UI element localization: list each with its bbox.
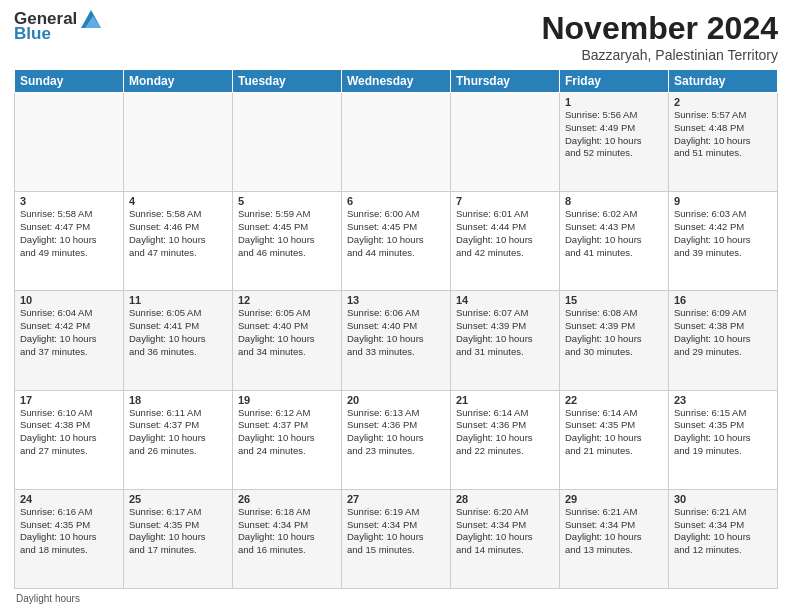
calendar-cell: 16Sunrise: 6:09 AM Sunset: 4:38 PM Dayli… [669,291,778,390]
logo: General Blue [14,10,101,43]
day-info: Sunrise: 6:07 AM Sunset: 4:39 PM Dayligh… [456,307,554,358]
col-sunday: Sunday [15,70,124,93]
calendar-cell [15,93,124,192]
day-info: Sunrise: 6:01 AM Sunset: 4:44 PM Dayligh… [456,208,554,259]
day-info: Sunrise: 6:05 AM Sunset: 4:40 PM Dayligh… [238,307,336,358]
title-block: November 2024 Bazzaryah, Palestinian Ter… [541,10,778,63]
calendar-cell: 30Sunrise: 6:21 AM Sunset: 4:34 PM Dayli… [669,489,778,588]
calendar-cell: 27Sunrise: 6:19 AM Sunset: 4:34 PM Dayli… [342,489,451,588]
calendar-table: Sunday Monday Tuesday Wednesday Thursday… [14,69,778,589]
calendar-cell: 2Sunrise: 5:57 AM Sunset: 4:48 PM Daylig… [669,93,778,192]
day-number: 10 [20,294,118,306]
day-number: 21 [456,394,554,406]
calendar-cell: 26Sunrise: 6:18 AM Sunset: 4:34 PM Dayli… [233,489,342,588]
logo-blue: Blue [14,25,51,44]
logo-icon [81,10,101,28]
day-info: Sunrise: 6:11 AM Sunset: 4:37 PM Dayligh… [129,407,227,458]
day-info: Sunrise: 6:00 AM Sunset: 4:45 PM Dayligh… [347,208,445,259]
day-info: Sunrise: 6:17 AM Sunset: 4:35 PM Dayligh… [129,506,227,557]
calendar-cell: 11Sunrise: 6:05 AM Sunset: 4:41 PM Dayli… [124,291,233,390]
calendar-cell: 14Sunrise: 6:07 AM Sunset: 4:39 PM Dayli… [451,291,560,390]
day-info: Sunrise: 6:05 AM Sunset: 4:41 PM Dayligh… [129,307,227,358]
day-info: Sunrise: 6:21 AM Sunset: 4:34 PM Dayligh… [565,506,663,557]
day-info: Sunrise: 6:16 AM Sunset: 4:35 PM Dayligh… [20,506,118,557]
day-number: 29 [565,493,663,505]
calendar-cell: 25Sunrise: 6:17 AM Sunset: 4:35 PM Dayli… [124,489,233,588]
day-info: Sunrise: 6:09 AM Sunset: 4:38 PM Dayligh… [674,307,772,358]
day-number: 15 [565,294,663,306]
day-number: 9 [674,195,772,207]
day-number: 28 [456,493,554,505]
day-number: 30 [674,493,772,505]
calendar-cell: 15Sunrise: 6:08 AM Sunset: 4:39 PM Dayli… [560,291,669,390]
day-info: Sunrise: 6:02 AM Sunset: 4:43 PM Dayligh… [565,208,663,259]
day-info: Sunrise: 6:12 AM Sunset: 4:37 PM Dayligh… [238,407,336,458]
calendar-cell [124,93,233,192]
calendar-cell: 17Sunrise: 6:10 AM Sunset: 4:38 PM Dayli… [15,390,124,489]
calendar-cell: 13Sunrise: 6:06 AM Sunset: 4:40 PM Dayli… [342,291,451,390]
calendar-cell: 24Sunrise: 6:16 AM Sunset: 4:35 PM Dayli… [15,489,124,588]
calendar-cell: 5Sunrise: 5:59 AM Sunset: 4:45 PM Daylig… [233,192,342,291]
month-title: November 2024 [541,10,778,47]
day-number: 27 [347,493,445,505]
calendar-cell [233,93,342,192]
calendar-cell: 18Sunrise: 6:11 AM Sunset: 4:37 PM Dayli… [124,390,233,489]
calendar-cell: 3Sunrise: 5:58 AM Sunset: 4:47 PM Daylig… [15,192,124,291]
calendar-cell: 28Sunrise: 6:20 AM Sunset: 4:34 PM Dayli… [451,489,560,588]
calendar-week-3: 10Sunrise: 6:04 AM Sunset: 4:42 PM Dayli… [15,291,778,390]
day-info: Sunrise: 6:13 AM Sunset: 4:36 PM Dayligh… [347,407,445,458]
calendar-cell: 20Sunrise: 6:13 AM Sunset: 4:36 PM Dayli… [342,390,451,489]
day-number: 19 [238,394,336,406]
day-info: Sunrise: 5:56 AM Sunset: 4:49 PM Dayligh… [565,109,663,160]
calendar-cell [342,93,451,192]
day-info: Sunrise: 6:14 AM Sunset: 4:36 PM Dayligh… [456,407,554,458]
col-thursday: Thursday [451,70,560,93]
header: General Blue November 2024 Bazzaryah, Pa… [14,10,778,63]
calendar-cell: 23Sunrise: 6:15 AM Sunset: 4:35 PM Dayli… [669,390,778,489]
calendar-cell: 6Sunrise: 6:00 AM Sunset: 4:45 PM Daylig… [342,192,451,291]
day-info: Sunrise: 6:04 AM Sunset: 4:42 PM Dayligh… [20,307,118,358]
day-number: 3 [20,195,118,207]
day-number: 8 [565,195,663,207]
day-number: 20 [347,394,445,406]
day-info: Sunrise: 6:18 AM Sunset: 4:34 PM Dayligh… [238,506,336,557]
calendar-cell: 22Sunrise: 6:14 AM Sunset: 4:35 PM Dayli… [560,390,669,489]
calendar-cell: 9Sunrise: 6:03 AM Sunset: 4:42 PM Daylig… [669,192,778,291]
day-number: 5 [238,195,336,207]
day-info: Sunrise: 6:19 AM Sunset: 4:34 PM Dayligh… [347,506,445,557]
page: General Blue November 2024 Bazzaryah, Pa… [0,0,792,612]
day-number: 16 [674,294,772,306]
day-number: 22 [565,394,663,406]
day-number: 1 [565,96,663,108]
calendar-cell: 1Sunrise: 5:56 AM Sunset: 4:49 PM Daylig… [560,93,669,192]
day-number: 6 [347,195,445,207]
calendar-cell: 12Sunrise: 6:05 AM Sunset: 4:40 PM Dayli… [233,291,342,390]
day-info: Sunrise: 6:08 AM Sunset: 4:39 PM Dayligh… [565,307,663,358]
day-info: Sunrise: 5:57 AM Sunset: 4:48 PM Dayligh… [674,109,772,160]
location: Bazzaryah, Palestinian Territory [541,47,778,63]
day-info: Sunrise: 6:14 AM Sunset: 4:35 PM Dayligh… [565,407,663,458]
day-info: Sunrise: 6:10 AM Sunset: 4:38 PM Dayligh… [20,407,118,458]
header-row: Sunday Monday Tuesday Wednesday Thursday… [15,70,778,93]
footer: Daylight hours [14,593,778,604]
day-number: 12 [238,294,336,306]
day-number: 14 [456,294,554,306]
calendar-cell: 19Sunrise: 6:12 AM Sunset: 4:37 PM Dayli… [233,390,342,489]
calendar-cell: 7Sunrise: 6:01 AM Sunset: 4:44 PM Daylig… [451,192,560,291]
calendar-cell [451,93,560,192]
calendar-week-5: 24Sunrise: 6:16 AM Sunset: 4:35 PM Dayli… [15,489,778,588]
calendar-cell: 10Sunrise: 6:04 AM Sunset: 4:42 PM Dayli… [15,291,124,390]
day-number: 13 [347,294,445,306]
calendar-cell: 8Sunrise: 6:02 AM Sunset: 4:43 PM Daylig… [560,192,669,291]
col-friday: Friday [560,70,669,93]
calendar-week-2: 3Sunrise: 5:58 AM Sunset: 4:47 PM Daylig… [15,192,778,291]
col-monday: Monday [124,70,233,93]
day-number: 17 [20,394,118,406]
day-number: 11 [129,294,227,306]
day-number: 2 [674,96,772,108]
calendar-cell: 4Sunrise: 5:58 AM Sunset: 4:46 PM Daylig… [124,192,233,291]
day-number: 7 [456,195,554,207]
day-info: Sunrise: 5:58 AM Sunset: 4:47 PM Dayligh… [20,208,118,259]
day-number: 25 [129,493,227,505]
day-number: 24 [20,493,118,505]
